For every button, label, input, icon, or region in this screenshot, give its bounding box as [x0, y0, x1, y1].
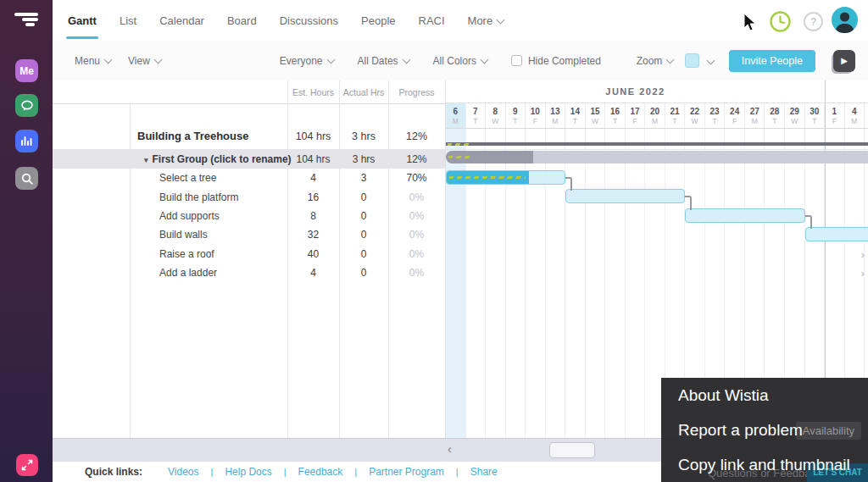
task-bar-build-the-platform[interactable]: [565, 189, 685, 203]
tab-people[interactable]: People: [361, 14, 395, 27]
day-header-15[interactable]: 15W: [586, 103, 606, 129]
view-dropdown[interactable]: View: [128, 55, 161, 67]
cell-est[interactable]: 32: [287, 229, 339, 241]
task-name[interactable]: Build the platform: [159, 191, 238, 203]
time-tracking-clock-icon[interactable]: [769, 10, 792, 33]
day-header-16[interactable]: 16T: [605, 103, 626, 129]
tab-raci[interactable]: RACI: [419, 14, 445, 27]
day-header-22[interactable]: 22W: [685, 103, 705, 129]
quick-link-videos[interactable]: Videos: [168, 466, 198, 478]
sidebar-item-expand[interactable]: [16, 454, 38, 476]
task-name[interactable]: Add a ladder: [159, 267, 217, 279]
tab-more[interactable]: More: [468, 14, 504, 27]
cell-act[interactable]: 0: [339, 210, 388, 222]
quick-link-share[interactable]: Share: [470, 466, 498, 478]
cell-prog[interactable]: 0%: [388, 191, 445, 203]
column-header-progress[interactable]: Progress: [388, 87, 445, 97]
day-header-29[interactable]: 29W: [785, 103, 805, 129]
day-header-6[interactable]: 6M: [446, 103, 466, 129]
cell-est[interactable]: 40: [287, 248, 339, 260]
task-name[interactable]: Add supports: [159, 210, 220, 222]
table-row-building-a-treehouse[interactable]: Building a Treehouse104 hrs3 hrs12%: [53, 103, 445, 150]
day-header-24[interactable]: 24F: [725, 103, 745, 129]
day-header-4[interactable]: 4M: [845, 103, 865, 129]
teamgantt-logo-icon[interactable]: [14, 13, 38, 28]
day-header-10[interactable]: 10F: [526, 103, 546, 129]
task-name[interactable]: Build walls: [159, 229, 208, 241]
tab-list[interactable]: List: [120, 14, 136, 27]
task-name[interactable]: Building a Treehouse: [137, 130, 248, 142]
cell-prog[interactable]: 0%: [388, 210, 445, 222]
task-bar-build-walls[interactable]: [805, 227, 868, 241]
date-filter-dropdown[interactable]: All Dates: [358, 55, 409, 67]
cell-act[interactable]: 3: [339, 172, 388, 184]
task-bar-select-a-tree[interactable]: [446, 170, 565, 185]
column-header-est-hours[interactable]: Est. Hours: [287, 87, 339, 97]
task-bar-add-supports[interactable]: [685, 208, 804, 223]
sidebar-item-charts[interactable]: [15, 130, 38, 152]
table-row-build-walls[interactable]: Build walls3200%: [53, 225, 445, 244]
project-summary-bar-building-a-treehouse[interactable]: [446, 142, 868, 146]
cell-prog[interactable]: 12%: [388, 153, 445, 165]
cell-act[interactable]: 0: [339, 248, 388, 260]
task-name[interactable]: Select a tree: [159, 172, 216, 184]
quick-link-partner-program[interactable]: Partner Program: [369, 466, 444, 478]
day-header-17[interactable]: 17F: [626, 103, 646, 129]
day-header-9[interactable]: 9T: [506, 103, 526, 129]
menu-dropdown[interactable]: Menu: [75, 55, 111, 67]
menu-item-copy-link-and-thumbnail[interactable]: Copy link and thumbnail: [678, 454, 850, 476]
tab-board[interactable]: Board: [227, 14, 257, 27]
zoom-dropdown[interactable]: Zoom: [637, 55, 674, 67]
color-filter-dropdown[interactable]: All Colors: [433, 55, 487, 67]
user-avatar[interactable]: [832, 7, 858, 33]
table-row-add-a-ladder[interactable]: Add a ladder400%: [53, 263, 445, 282]
table-row-add-supports[interactable]: Add supports800%: [53, 207, 445, 225]
cell-est[interactable]: 104 hrs: [287, 153, 339, 165]
day-header-1[interactable]: 1F: [825, 103, 845, 129]
table-row-raise-a-roof[interactable]: Raise a roof4000%: [53, 245, 445, 263]
day-header-27[interactable]: 27M: [745, 103, 765, 129]
cell-est[interactable]: 104 hrs: [287, 130, 339, 142]
collapse-caret-icon[interactable]: ▾: [144, 156, 148, 164]
cell-prog[interactable]: 70%: [388, 172, 445, 184]
cell-act[interactable]: 3 hrs: [339, 130, 388, 142]
quick-link-feedback[interactable]: Feedback: [298, 466, 343, 478]
sidebar-item-search[interactable]: [15, 167, 38, 190]
day-header-20[interactable]: 20M: [645, 103, 665, 129]
menu-item-about-wistia[interactable]: About Wistia: [678, 385, 769, 407]
offscreen-task-indicator-icon[interactable]: ›: [861, 267, 865, 280]
day-header-21[interactable]: 21T: [665, 103, 686, 129]
day-header-30[interactable]: 30T: [805, 103, 826, 129]
table-row-build-the-platform[interactable]: Build the platform1600%: [53, 187, 445, 206]
tab-gantt[interactable]: Gantt: [68, 14, 97, 27]
day-header-28[interactable]: 28T: [765, 103, 785, 129]
cell-act[interactable]: 3 hrs: [339, 153, 388, 165]
column-header-actual-hrs[interactable]: Actual Hrs: [339, 87, 388, 97]
tab-calendar[interactable]: Calendar: [159, 14, 204, 27]
cell-prog[interactable]: 0%: [388, 229, 445, 241]
quick-link-help-docs[interactable]: Help Docs: [225, 466, 271, 478]
table-row-select-a-tree[interactable]: Select a tree4370%: [53, 169, 445, 187]
invite-people-button[interactable]: Invite People: [729, 50, 815, 72]
day-header-7[interactable]: 7T: [466, 103, 487, 129]
people-filter-dropdown[interactable]: Everyone: [280, 55, 334, 67]
day-header-23[interactable]: 23T: [705, 103, 726, 129]
menu-item-report-a-problem[interactable]: Report a problem: [678, 419, 803, 441]
scrollbar-thumb[interactable]: [549, 442, 595, 458]
cell-est[interactable]: 16: [287, 191, 339, 203]
checkbox-icon[interactable]: [511, 55, 522, 66]
day-header-13[interactable]: 13M: [546, 103, 566, 129]
task-name[interactable]: ▾First Group (click to rename): [144, 153, 292, 165]
sidebar-item-me[interactable]: Me: [15, 59, 38, 82]
cell-act[interactable]: 0: [339, 229, 388, 241]
day-header-14[interactable]: 14T: [565, 103, 586, 129]
cell-prog[interactable]: 12%: [388, 130, 445, 142]
cell-act[interactable]: 0: [339, 191, 388, 203]
cell-est[interactable]: 4: [287, 267, 339, 279]
cell-act[interactable]: 0: [339, 267, 388, 279]
tab-discussions[interactable]: Discussions: [280, 14, 338, 27]
table-row-first-group-click-to-rename[interactable]: ▾First Group (click to rename)104 hrs3 h…: [53, 150, 445, 169]
task-name[interactable]: Raise a roof: [159, 248, 214, 260]
day-header-8[interactable]: 8W: [486, 103, 506, 129]
watch-video-icon[interactable]: ▶: [833, 50, 855, 72]
